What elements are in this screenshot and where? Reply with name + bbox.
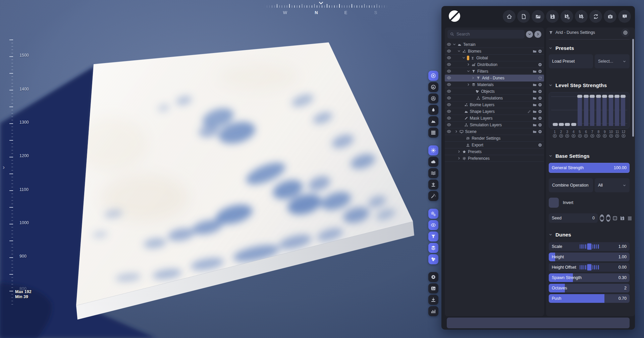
add-icon[interactable]: [538, 130, 542, 134]
tree-row-biomes[interactable]: Biomes: [445, 48, 544, 55]
height-offset-slider[interactable]: Height Offset0.00: [549, 263, 630, 272]
step-visibility-icon[interactable]: [558, 134, 564, 138]
folder-icon[interactable]: [533, 83, 537, 87]
bar-track[interactable]: [596, 96, 601, 126]
bar-track[interactable]: [559, 96, 564, 126]
add-icon[interactable]: [538, 123, 542, 127]
step-visibility-icon[interactable]: [602, 134, 607, 138]
scrollbar-thumb[interactable]: [632, 39, 634, 137]
tree-row-objects[interactable]: Objects: [445, 88, 544, 95]
push-slider[interactable]: Push0.70: [549, 294, 630, 303]
scale-slider[interactable]: Scale1.00: [549, 242, 630, 251]
save-as-new-button[interactable]: [560, 10, 573, 23]
bar-handle[interactable]: [577, 95, 582, 98]
tree-row-global[interactable]: Global: [445, 55, 544, 61]
chevron-down-icon[interactable]: [452, 43, 456, 46]
collapse-all-button[interactable]: [526, 31, 533, 38]
folder-icon[interactable]: [533, 96, 537, 100]
left-panel-expand-arrow[interactable]: ›: [3, 164, 5, 171]
save-button[interactable]: [546, 10, 559, 23]
bar-track[interactable]: [615, 96, 619, 126]
folder-icon[interactable]: [533, 110, 537, 114]
level-step-bar-1[interactable]: [552, 92, 558, 128]
folder-icon[interactable]: [533, 116, 537, 120]
settings-scrollbar[interactable]: [632, 39, 634, 313]
section-presets[interactable]: Presets: [549, 45, 630, 51]
refresh-icon[interactable]: [538, 76, 542, 80]
tree-row-simulations[interactable]: Simulations: [445, 95, 544, 102]
level-step-bar-9[interactable]: [602, 92, 607, 128]
bar-handle[interactable]: [596, 95, 601, 98]
octaves-slider[interactable]: Octaves2: [549, 284, 630, 292]
step-visibility-icon[interactable]: [552, 134, 557, 138]
tree-row-biome-layers[interactable]: Biome Layers: [445, 102, 544, 108]
bar-handle[interactable]: [559, 123, 564, 126]
chevron-right-icon[interactable]: [467, 83, 470, 86]
help-button[interactable]: [618, 10, 631, 23]
save-edit-button[interactable]: [575, 10, 588, 23]
compass[interactable]: WNES: [264, 3, 389, 18]
scrub-handle[interactable]: [580, 264, 599, 271]
clouds-button[interactable]: [428, 157, 438, 167]
relief-view-button[interactable]: [428, 116, 438, 126]
add-icon[interactable]: [538, 96, 542, 100]
folder-icon[interactable]: [533, 69, 537, 73]
preset-select[interactable]: Select...: [595, 54, 630, 68]
tree-row-terrain[interactable]: Terrain: [445, 41, 544, 48]
bar-handle[interactable]: [608, 95, 613, 98]
snapshot-button[interactable]: [428, 283, 438, 293]
expand-all-button[interactable]: [534, 31, 541, 38]
tree-row-shape-layers[interactable]: Shape Layers: [445, 108, 544, 115]
bar-track[interactable]: [584, 96, 588, 126]
tree-row-simulation-layers[interactable]: Simulation Layers: [445, 122, 544, 128]
bar-handle[interactable]: [590, 95, 595, 98]
tree-row-mask-layers[interactable]: Mask Layers: [445, 115, 544, 122]
show-objects-button[interactable]: [428, 254, 438, 264]
folder-icon[interactable]: [533, 130, 537, 134]
add-icon[interactable]: [538, 143, 542, 147]
add-icon[interactable]: [538, 89, 542, 93]
combine-operation-select[interactable]: All: [595, 178, 630, 192]
water-view-button[interactable]: [428, 105, 438, 115]
tree-row-preferences[interactable]: Preferences: [445, 155, 544, 162]
tree-row-materials[interactable]: Materials: [445, 81, 544, 88]
folder-icon[interactable]: [533, 103, 537, 107]
level-step-bar-4[interactable]: [571, 92, 576, 128]
tree-row-filters[interactable]: Filters: [445, 68, 544, 75]
chevron-down-icon[interactable]: [467, 69, 470, 73]
step-visibility-icon[interactable]: [571, 134, 576, 138]
bar-handle[interactable]: [584, 95, 589, 98]
height-slider[interactable]: Height1.00: [549, 253, 630, 261]
scrub-handle[interactable]: [580, 244, 599, 250]
seed-decrement-button[interactable]: [600, 214, 604, 222]
level-step-bar-7[interactable]: [590, 92, 595, 128]
fog-button[interactable]: [428, 168, 438, 178]
terrain-view-wire-button[interactable]: [428, 93, 438, 104]
step-visibility-icon[interactable]: [590, 134, 595, 138]
statistics-button[interactable]: [428, 306, 438, 316]
bar-handle[interactable]: [553, 123, 558, 126]
save-seed-icon[interactable]: [620, 216, 625, 221]
bar-track[interactable]: [572, 96, 576, 126]
level-step-bar-10[interactable]: [608, 92, 613, 128]
tree-row-render-settings[interactable]: Render Settings: [445, 135, 544, 142]
section-base-settings[interactable]: Base Settings: [549, 153, 630, 159]
settings-options-button[interactable]: [621, 28, 630, 37]
level-step-bar-5[interactable]: [577, 92, 583, 128]
chevron-right-icon[interactable]: [454, 130, 458, 133]
add-icon[interactable]: [538, 110, 542, 114]
tree-row-presets[interactable]: Presets: [445, 148, 544, 155]
bar-handle[interactable]: [621, 95, 626, 98]
search-input[interactable]: Search: [447, 30, 525, 39]
step-visibility-icon[interactable]: [608, 134, 614, 138]
add-icon[interactable]: [538, 49, 542, 53]
step-visibility-icon[interactable]: [565, 134, 570, 138]
bar-handle[interactable]: [602, 95, 607, 98]
tree-row-arid-dunes[interactable]: Arid - Dunes: [445, 75, 544, 81]
folder-icon[interactable]: [533, 49, 537, 53]
record-button[interactable]: [428, 272, 438, 282]
add-icon[interactable]: [538, 83, 542, 87]
add-icon[interactable]: [538, 63, 542, 67]
invert-checkbox[interactable]: [549, 198, 559, 208]
bar-track[interactable]: [602, 96, 607, 126]
